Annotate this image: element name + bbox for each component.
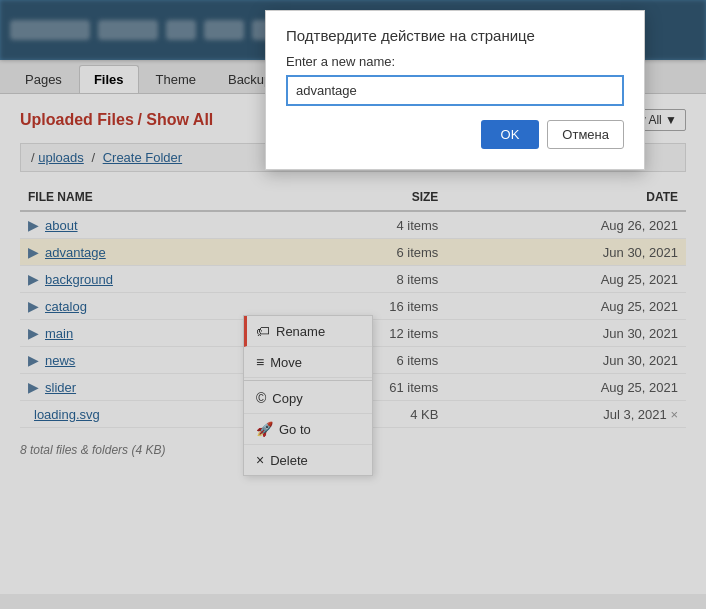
modal-input[interactable] xyxy=(286,75,624,106)
modal-title: Подтвердите действие на странице xyxy=(286,27,624,44)
ok-button[interactable]: OK xyxy=(481,120,540,149)
cancel-button[interactable]: Отмена xyxy=(547,120,624,149)
modal-label: Enter a new name: xyxy=(286,54,624,69)
modal-box: Подтвердите действие на странице Enter a… xyxy=(265,10,645,170)
modal-buttons: OK Отмена xyxy=(286,120,624,149)
